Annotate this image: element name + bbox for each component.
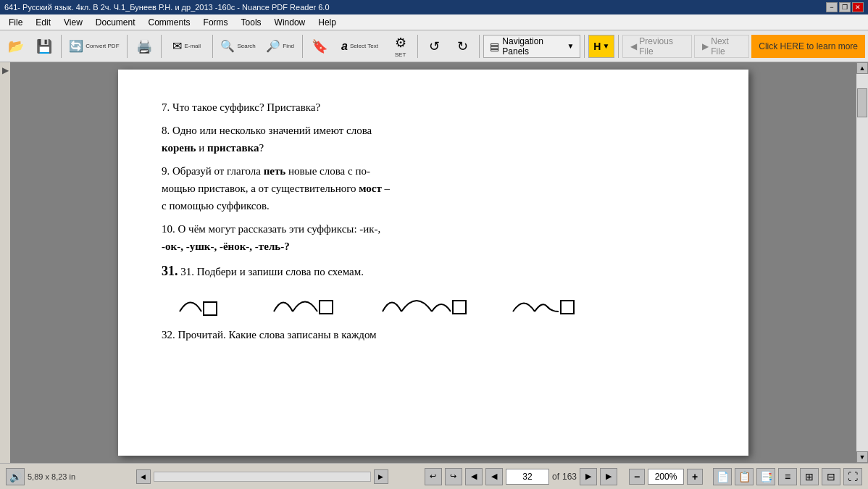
question-32-partial: 32. Прочитай. Какие слова записаны в каж… <box>162 326 705 343</box>
highlight-button[interactable]: H ▼ <box>588 35 614 58</box>
scroll-down-arrow[interactable]: ▼ <box>856 451 868 463</box>
search-button[interactable]: 🔍 Search <box>217 33 260 60</box>
nav-panels-icon: ▤ <box>490 41 499 52</box>
single-page-view-button[interactable]: 📄 <box>713 468 732 485</box>
find-button[interactable]: 🔎 Find <box>262 33 299 60</box>
menu-forms[interactable]: Forms <box>198 16 234 29</box>
print-icon: 🖨️ <box>136 40 152 53</box>
reflow-icon: ≡ <box>785 471 790 482</box>
q32-text: 32. Прочитай. Какие слова записаны в каж… <box>162 329 377 340</box>
scheme-2 <box>270 286 343 319</box>
nav-panels-label: Navigation Panels <box>502 36 564 57</box>
print-button[interactable]: 🖨️ <box>131 33 157 60</box>
first-page-button[interactable]: ◀ <box>465 468 483 485</box>
continuous-view-button[interactable]: 📋 <box>735 468 754 485</box>
horizontal-scrollbar-track[interactable] <box>154 472 371 482</box>
scroll-up-arrow[interactable]: ▲ <box>856 62 868 74</box>
info-banner[interactable]: Click HERE to learn more <box>751 35 865 58</box>
grid-view-button[interactable]: ⊟ <box>822 468 840 485</box>
select-text-label: Select Text <box>350 43 378 49</box>
toolbar-separator2 <box>127 35 128 58</box>
undo-button[interactable]: ↺ <box>421 33 447 60</box>
q8-end: ? <box>259 142 264 154</box>
page-navigation: ↩ ↪ ◀ ◀ of 163 ▶ ▶ − + <box>425 468 862 485</box>
q31-number: 31. <box>162 264 178 278</box>
menu-tools[interactable]: Tools <box>235 16 267 29</box>
q9-line1b: новые слова с по- <box>285 165 370 177</box>
set-icon: ⚙ <box>395 35 406 51</box>
q10-line2: -ок-, -ушк-, -ёнок-, -тель-? <box>162 241 290 252</box>
reflow-button[interactable]: ≡ <box>778 468 797 485</box>
next-file-button[interactable]: ▶ Next File <box>694 35 749 58</box>
menu-bar: File Edit View Document Comments Forms T… <box>0 14 868 30</box>
find-label: Find <box>283 43 294 49</box>
set-label: SET <box>395 51 406 58</box>
svg-rect-0 <box>204 302 217 315</box>
fit-page-button[interactable]: ⛶ <box>843 468 862 485</box>
email-button[interactable]: ✉ E-mail <box>165 33 209 60</box>
pdf-container[interactable]: 7. Что такое суффикс? Приставка? 8. Одно… <box>10 62 856 463</box>
next-page-button[interactable]: ▶ <box>580 468 597 485</box>
next-page-history-button[interactable]: ↪ <box>445 468 462 485</box>
main-area: ▶ 7. Что такое суффикс? Приставка? 8. Од… <box>0 62 868 463</box>
open-button[interactable]: 📂 <box>3 33 29 60</box>
menu-help[interactable]: Help <box>312 16 342 29</box>
scroll-track[interactable] <box>856 74 868 451</box>
highlight-dropdown-icon: ▼ <box>602 42 609 50</box>
menu-view[interactable]: View <box>58 16 88 29</box>
minimize-button[interactable]: − <box>826 2 838 12</box>
title-bar: 641- Русский язык. 4кл. В 2ч. Ч.1_Бунеев… <box>0 0 868 14</box>
svg-rect-3 <box>561 301 574 314</box>
speaker-icon: 🔊 <box>9 471 22 482</box>
zoom-in-icon: + <box>692 471 698 482</box>
info-banner-text: Click HERE to learn more <box>759 41 858 51</box>
scroll-left-arrow[interactable]: ◀ <box>136 469 151 484</box>
speaker-icon-button[interactable]: 🔊 <box>6 468 25 485</box>
navigation-panels-button[interactable]: ▤ Navigation Panels ▼ <box>483 35 580 58</box>
split-view-button[interactable]: ⊞ <box>800 468 819 485</box>
zoom-in-button[interactable]: + <box>687 469 703 485</box>
select-text-button[interactable]: a Select Text <box>335 33 385 60</box>
q8-bold1: корень <box>162 142 196 154</box>
left-scroll-arrow[interactable]: ▶ <box>2 65 9 75</box>
zoom-input[interactable] <box>648 469 684 485</box>
set-button[interactable]: ⚙ SET <box>388 33 414 60</box>
page-number-input[interactable] <box>506 469 549 485</box>
scroll-thumb[interactable] <box>857 88 867 117</box>
menu-window[interactable]: Window <box>269 16 312 29</box>
select-text-icon: a <box>341 40 348 53</box>
close-button[interactable]: ✕ <box>852 2 864 12</box>
continuous-icon: 📋 <box>738 471 751 482</box>
q31-line1: 31. 31. Подбери и запиши слова по схемам… <box>162 261 705 282</box>
toolbar-separator4 <box>212 35 213 58</box>
redo-button[interactable]: ↻ <box>449 33 475 60</box>
scheme-3 <box>379 286 473 319</box>
open-icon: 📂 <box>8 40 24 53</box>
save-button[interactable]: 💾 <box>31 33 57 60</box>
last-page-icon: ▶ <box>606 472 612 481</box>
prev-page-button[interactable]: ◀ <box>485 468 503 485</box>
bookmark-button[interactable]: 🔖 <box>306 33 333 60</box>
highlight-h-label: H <box>593 41 601 52</box>
convert-pdf-icon: 🔄 <box>69 39 83 53</box>
question-9: 9. Образуй от глагола петь новые слова с… <box>162 162 705 214</box>
menu-edit[interactable]: Edit <box>30 16 57 29</box>
toolbar-separator5 <box>302 35 303 58</box>
prev-page-history-button[interactable]: ↩ <box>425 468 442 485</box>
search-icon: 🔍 <box>220 39 235 53</box>
find-icon: 🔎 <box>266 39 280 53</box>
restore-button[interactable]: ❐ <box>839 2 851 12</box>
q10-line1: 10. О чём могут рассказать эти суффиксы:… <box>162 223 380 235</box>
two-page-view-button[interactable]: 📑 <box>756 468 775 485</box>
convert-pdf-button[interactable]: 🔄 Convert PDF <box>65 33 123 60</box>
scroll-right-arrow[interactable]: ▶ <box>374 469 388 484</box>
next-history-icon: ↪ <box>450 472 456 481</box>
save-icon: 💾 <box>36 40 52 53</box>
left-panel-indicator: ▶ <box>0 62 10 463</box>
zoom-out-button[interactable]: − <box>629 469 645 485</box>
menu-document[interactable]: Document <box>90 16 141 29</box>
menu-comments[interactable]: Comments <box>143 16 196 29</box>
last-page-button[interactable]: ▶ <box>600 468 617 485</box>
menu-file[interactable]: File <box>3 16 28 29</box>
previous-file-button[interactable]: ◀ Previous File <box>622 35 692 58</box>
